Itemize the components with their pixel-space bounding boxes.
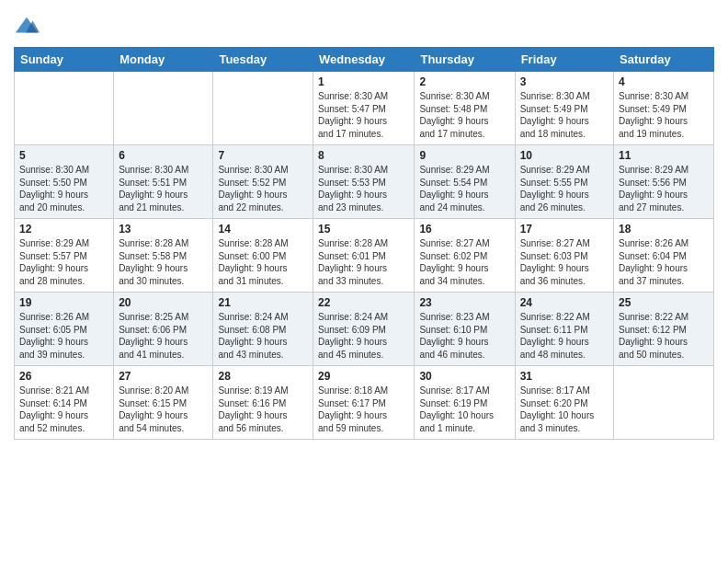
- day-info: Sunrise: 8:26 AMSunset: 6:05 PMDaylight:…: [19, 311, 108, 361]
- day-number: 12: [19, 223, 108, 236]
- week-row-1: 1Sunrise: 8:30 AMSunset: 5:47 PMDaylight…: [15, 72, 714, 145]
- day-number: 19: [19, 296, 108, 309]
- calendar-cell: 7Sunrise: 8:30 AMSunset: 5:52 PMDaylight…: [213, 145, 313, 219]
- day-info: Sunrise: 8:26 AMSunset: 6:04 PMDaylight:…: [619, 237, 709, 287]
- day-number: 27: [119, 370, 208, 383]
- day-info: Sunrise: 8:20 AMSunset: 6:15 PMDaylight:…: [119, 385, 208, 434]
- weekday-header-sunday: Sunday: [15, 48, 114, 72]
- calendar-cell: [114, 72, 213, 145]
- day-info: Sunrise: 8:30 AMSunset: 5:49 PMDaylight:…: [619, 90, 709, 140]
- day-number: 24: [520, 296, 609, 309]
- calendar-cell: 14Sunrise: 8:28 AMSunset: 6:00 PMDayligh…: [213, 219, 313, 293]
- weekday-header-wednesday: Wednesday: [313, 48, 415, 72]
- day-number: 1: [318, 75, 409, 88]
- day-number: 18: [619, 223, 709, 236]
- calendar-cell: 4Sunrise: 8:30 AMSunset: 5:49 PMDaylight…: [614, 72, 714, 145]
- day-number: 15: [318, 223, 409, 236]
- calendar-cell: 8Sunrise: 8:30 AMSunset: 5:53 PMDaylight…: [313, 145, 415, 219]
- day-number: 14: [218, 223, 308, 236]
- calendar-cell: 27Sunrise: 8:20 AMSunset: 6:15 PMDayligh…: [114, 366, 213, 440]
- day-info: Sunrise: 8:17 AMSunset: 6:19 PMDaylight:…: [419, 385, 509, 434]
- day-info: Sunrise: 8:29 AMSunset: 5:54 PMDaylight:…: [419, 164, 509, 213]
- week-row-5: 26Sunrise: 8:21 AMSunset: 6:14 PMDayligh…: [15, 366, 714, 440]
- logo: [14, 14, 43, 40]
- calendar-cell: 9Sunrise: 8:29 AMSunset: 5:54 PMDaylight…: [415, 145, 515, 219]
- weekday-header-thursday: Thursday: [415, 48, 515, 72]
- day-info: Sunrise: 8:28 AMSunset: 6:01 PMDaylight:…: [318, 237, 409, 287]
- calendar-cell: 1Sunrise: 8:30 AMSunset: 5:47 PMDaylight…: [313, 72, 415, 145]
- day-number: 2: [419, 75, 509, 88]
- calendar-cell: 25Sunrise: 8:22 AMSunset: 6:12 PMDayligh…: [614, 293, 714, 366]
- week-row-2: 5Sunrise: 8:30 AMSunset: 5:50 PMDaylight…: [15, 145, 714, 219]
- day-number: 10: [520, 149, 609, 162]
- day-info: Sunrise: 8:30 AMSunset: 5:50 PMDaylight:…: [19, 164, 108, 213]
- day-number: 3: [520, 75, 609, 88]
- day-info: Sunrise: 8:21 AMSunset: 6:14 PMDaylight:…: [19, 385, 108, 434]
- calendar-cell: 11Sunrise: 8:29 AMSunset: 5:56 PMDayligh…: [614, 145, 714, 219]
- day-info: Sunrise: 8:22 AMSunset: 6:12 PMDaylight:…: [619, 311, 709, 361]
- day-info: Sunrise: 8:19 AMSunset: 6:16 PMDaylight:…: [218, 385, 308, 434]
- calendar-cell: [213, 72, 313, 145]
- day-number: 4: [619, 75, 709, 88]
- calendar-cell: 21Sunrise: 8:24 AMSunset: 6:08 PMDayligh…: [213, 293, 313, 366]
- day-info: Sunrise: 8:24 AMSunset: 6:08 PMDaylight:…: [218, 311, 308, 361]
- calendar-cell: 16Sunrise: 8:27 AMSunset: 6:02 PMDayligh…: [415, 219, 515, 293]
- page: SundayMondayTuesdayWednesdayThursdayFrid…: [0, 0, 728, 563]
- day-info: Sunrise: 8:17 AMSunset: 6:20 PMDaylight:…: [520, 385, 609, 434]
- calendar-cell: [15, 72, 114, 145]
- day-number: 6: [119, 149, 208, 162]
- calendar-cell: 29Sunrise: 8:18 AMSunset: 6:17 PMDayligh…: [313, 366, 415, 440]
- calendar-cell: 26Sunrise: 8:21 AMSunset: 6:14 PMDayligh…: [15, 366, 114, 440]
- calendar-cell: 15Sunrise: 8:28 AMSunset: 6:01 PMDayligh…: [313, 219, 415, 293]
- day-info: Sunrise: 8:29 AMSunset: 5:57 PMDaylight:…: [19, 237, 108, 287]
- calendar-cell: 23Sunrise: 8:23 AMSunset: 6:10 PMDayligh…: [415, 293, 515, 366]
- day-info: Sunrise: 8:30 AMSunset: 5:48 PMDaylight:…: [419, 90, 509, 140]
- day-number: 7: [218, 149, 308, 162]
- day-number: 16: [419, 223, 509, 236]
- day-info: Sunrise: 8:29 AMSunset: 5:56 PMDaylight:…: [619, 164, 709, 213]
- day-number: 28: [218, 370, 308, 383]
- weekday-header-tuesday: Tuesday: [213, 48, 313, 72]
- calendar-cell: 24Sunrise: 8:22 AMSunset: 6:11 PMDayligh…: [515, 293, 613, 366]
- day-info: Sunrise: 8:28 AMSunset: 6:00 PMDaylight:…: [218, 237, 308, 287]
- day-number: 31: [520, 370, 609, 383]
- logo-icon: [14, 14, 40, 40]
- calendar-cell: 17Sunrise: 8:27 AMSunset: 6:03 PMDayligh…: [515, 219, 613, 293]
- day-info: Sunrise: 8:30 AMSunset: 5:53 PMDaylight:…: [318, 164, 409, 213]
- calendar-cell: 10Sunrise: 8:29 AMSunset: 5:55 PMDayligh…: [515, 145, 613, 219]
- day-number: 11: [619, 149, 709, 162]
- week-row-3: 12Sunrise: 8:29 AMSunset: 5:57 PMDayligh…: [15, 219, 714, 293]
- day-info: Sunrise: 8:30 AMSunset: 5:51 PMDaylight:…: [119, 164, 208, 213]
- calendar-cell: 28Sunrise: 8:19 AMSunset: 6:16 PMDayligh…: [213, 366, 313, 440]
- calendar-table: SundayMondayTuesdayWednesdayThursdayFrid…: [14, 47, 714, 440]
- day-number: 21: [218, 296, 308, 309]
- day-info: Sunrise: 8:22 AMSunset: 6:11 PMDaylight:…: [520, 311, 609, 361]
- day-info: Sunrise: 8:29 AMSunset: 5:55 PMDaylight:…: [520, 164, 609, 213]
- weekday-header-saturday: Saturday: [614, 48, 714, 72]
- day-number: 26: [19, 370, 108, 383]
- calendar-cell: 22Sunrise: 8:24 AMSunset: 6:09 PMDayligh…: [313, 293, 415, 366]
- day-info: Sunrise: 8:30 AMSunset: 5:49 PMDaylight:…: [520, 90, 609, 140]
- calendar-cell: 3Sunrise: 8:30 AMSunset: 5:49 PMDaylight…: [515, 72, 613, 145]
- day-number: 23: [419, 296, 509, 309]
- weekday-header-monday: Monday: [114, 48, 213, 72]
- day-info: Sunrise: 8:27 AMSunset: 6:02 PMDaylight:…: [419, 237, 509, 287]
- calendar-cell: 20Sunrise: 8:25 AMSunset: 6:06 PMDayligh…: [114, 293, 213, 366]
- day-number: 13: [119, 223, 208, 236]
- calendar-cell: 6Sunrise: 8:30 AMSunset: 5:51 PMDaylight…: [114, 145, 213, 219]
- week-row-4: 19Sunrise: 8:26 AMSunset: 6:05 PMDayligh…: [15, 293, 714, 366]
- day-number: 8: [318, 149, 409, 162]
- day-number: 5: [19, 149, 108, 162]
- day-info: Sunrise: 8:25 AMSunset: 6:06 PMDaylight:…: [119, 311, 208, 361]
- day-info: Sunrise: 8:24 AMSunset: 6:09 PMDaylight:…: [318, 311, 409, 361]
- calendar-cell: 31Sunrise: 8:17 AMSunset: 6:20 PMDayligh…: [515, 366, 613, 440]
- header: [14, 9, 714, 40]
- day-number: 20: [119, 296, 208, 309]
- day-info: Sunrise: 8:27 AMSunset: 6:03 PMDaylight:…: [520, 237, 609, 287]
- day-info: Sunrise: 8:18 AMSunset: 6:17 PMDaylight:…: [318, 385, 409, 434]
- day-number: 9: [419, 149, 509, 162]
- calendar-cell: 13Sunrise: 8:28 AMSunset: 5:58 PMDayligh…: [114, 219, 213, 293]
- day-number: 17: [520, 223, 609, 236]
- calendar-cell: 5Sunrise: 8:30 AMSunset: 5:50 PMDaylight…: [15, 145, 114, 219]
- weekday-header-friday: Friday: [515, 48, 613, 72]
